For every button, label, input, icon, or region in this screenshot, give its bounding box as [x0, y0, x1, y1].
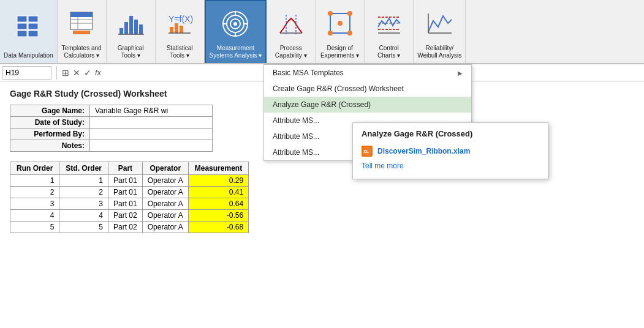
date-label: Date of Study: [10, 117, 90, 129]
data-manipulation-label: Data Manipulation [4, 52, 53, 61]
process-capability-label: ProcessCapability ▾ [275, 45, 307, 61]
doe-label: Design ofExperiments ▾ [320, 45, 359, 61]
ribbon-group-data-manipulation[interactable]: Data Manipulation [0, 0, 58, 63]
control-charts-label: ControlCharts ▾ [377, 45, 400, 61]
table-row[interactable]: 2 2 Part 01 Operator A 0.41 [10, 187, 249, 198]
statistical-label: StatisticalTools ▾ [167, 45, 193, 61]
formula-icons: ⊞ ✕ ✓ fx [62, 68, 101, 78]
cell-measurement-0[interactable]: 0.29 [188, 175, 248, 187]
ribbon-group-process-cap[interactable]: ProcessCapability ▾ [267, 0, 316, 63]
table-row[interactable]: 1 1 Part 01 Operator A 0.29 [10, 175, 249, 187]
formula-separator [56, 66, 57, 80]
msa-icon [220, 4, 251, 43]
cell-operator-0[interactable]: Operator A [142, 175, 188, 187]
data-table: Run Order Std. Order Part Operator Measu… [10, 162, 249, 233]
svg-rect-16 [139, 24, 143, 34]
cell-measurement-4[interactable]: -0.68 [188, 222, 248, 233]
info-table: Gage Name: Variable Gage R&R wi Date of … [10, 105, 213, 152]
svg-point-37 [328, 31, 333, 35]
attribute-ms1-label: Attribute MS... [273, 116, 319, 125]
ribbon-group-msa[interactable]: MeasurementSystems Analysis ▾ [205, 0, 267, 63]
cell-run-3[interactable]: 4 [10, 210, 59, 222]
cell-part-1[interactable]: Part 01 [108, 187, 143, 198]
ribbon-group-graphical[interactable]: GraphicalTools ▾ [107, 0, 156, 63]
expand-icon: ⊞ [62, 68, 69, 78]
cell-run-4[interactable]: 5 [10, 222, 59, 233]
cell-run-2[interactable]: 3 [10, 198, 59, 210]
cell-operator-3[interactable]: Operator A [142, 210, 188, 222]
svg-rect-3 [28, 23, 38, 29]
ribbon-group-control-charts[interactable]: ControlCharts ▾ [365, 0, 414, 63]
col-std-order: Std. Order [59, 162, 108, 175]
templates-label: Templates andCalculators ▾ [62, 45, 102, 61]
reliability-icon [426, 2, 453, 43]
svg-rect-12 [119, 28, 123, 34]
cell-operator-2[interactable]: Operator A [142, 198, 188, 210]
svg-rect-14 [129, 16, 133, 34]
dropdown-create-gage[interactable]: Create Gage R&R (Crossed) Worksheet [264, 81, 471, 97]
cell-measurement-3[interactable]: -0.56 [188, 210, 248, 222]
ribbon: Data Manipulation Templates andCalculato… [0, 0, 644, 64]
create-gage-label: Create Gage R&R (Crossed) Worksheet [273, 84, 404, 93]
cell-part-3[interactable]: Part 02 [108, 210, 143, 222]
table-row[interactable]: 4 4 Part 02 Operator A -0.56 [10, 210, 249, 222]
cell-run-1[interactable]: 2 [10, 187, 59, 198]
performed-label: Performed By: [10, 129, 90, 140]
data-manipulation-icon [15, 2, 42, 51]
ribbon-group-reliability[interactable]: Reliability/Weibull Analysis [414, 0, 466, 63]
tooltip-more-link[interactable]: Tell me more [362, 159, 539, 173]
cell-std-3[interactable]: 4 [59, 210, 108, 222]
cell-measurement-1[interactable]: 0.41 [188, 187, 248, 198]
svg-rect-1 [28, 16, 38, 22]
info-row-notes: Notes: [10, 140, 213, 152]
cancel-icon[interactable]: ✕ [73, 68, 80, 78]
dropdown-basic-msa[interactable]: Basic MSA Templates ▶ [264, 65, 471, 81]
tooltip-file-label: DiscoverSim_Ribbon.xlam [377, 147, 470, 155]
notes-value[interactable] [90, 140, 213, 152]
tooltip-popup: Analyze Gage R&R (Crossed) XL DiscoverSi… [352, 122, 548, 179]
analyze-gage-label: Analyze Gage R&R (Crossed) [273, 100, 371, 109]
info-row-performed: Performed By: [10, 129, 213, 140]
performed-value[interactable] [90, 129, 213, 140]
cell-measurement-2[interactable]: 0.64 [188, 198, 248, 210]
cell-std-1[interactable]: 2 [59, 187, 108, 198]
cell-std-0[interactable]: 1 [59, 175, 108, 187]
svg-rect-21 [180, 26, 183, 33]
col-operator: Operator [142, 162, 188, 175]
svg-point-35 [328, 11, 333, 16]
basic-msa-arrow: ▶ [458, 70, 463, 76]
basic-msa-label: Basic MSA Templates [273, 69, 344, 77]
cell-std-2[interactable]: 3 [59, 198, 108, 210]
cell-part-2[interactable]: Part 01 [108, 198, 143, 210]
col-run-order: Run Order [10, 162, 59, 175]
tooltip-item[interactable]: XL DiscoverSim_Ribbon.xlam [362, 143, 539, 159]
svg-text:XL: XL [363, 149, 369, 154]
table-row[interactable]: 3 3 Part 01 Operator A 0.64 [10, 198, 249, 210]
table-header-row: Run Order Std. Order Part Operator Measu… [10, 162, 249, 175]
svg-rect-19 [170, 27, 173, 33]
ribbon-group-doe[interactable]: Design ofExperiments ▾ [316, 0, 365, 63]
ribbon-group-templates[interactable]: Templates andCalculators ▾ [58, 0, 107, 63]
dropdown-analyze-gage[interactable]: Analyze Gage R&R (Crossed) [264, 97, 471, 113]
tooltip-file-icon: XL [362, 146, 373, 157]
cell-std-4[interactable]: 5 [59, 222, 108, 233]
notes-label: Notes: [10, 140, 90, 152]
svg-rect-5 [28, 31, 38, 37]
col-measurement: Measurement [188, 162, 248, 175]
gage-name-value[interactable]: Variable Gage R&R wi [90, 105, 213, 117]
cell-operator-4[interactable]: Operator A [142, 222, 188, 233]
cell-reference-input[interactable] [2, 66, 51, 80]
tooltip-title: Analyze Gage R&R (Crossed) [362, 129, 539, 138]
info-row-gage: Gage Name: Variable Gage R&R wi [10, 105, 213, 117]
statistical-icon: Y=f(X) [166, 2, 193, 43]
msa-label: MeasurementSystems Analysis ▾ [210, 45, 262, 61]
date-value[interactable] [90, 117, 213, 129]
svg-point-38 [347, 31, 352, 35]
ribbon-group-statistical[interactable]: Y=f(X) StatisticalTools ▾ [156, 0, 205, 63]
cell-part-4[interactable]: Part 02 [108, 222, 143, 233]
cell-run-0[interactable]: 1 [10, 175, 59, 187]
confirm-icon[interactable]: ✓ [84, 68, 91, 78]
cell-part-0[interactable]: Part 01 [108, 175, 143, 187]
table-row[interactable]: 5 5 Part 02 Operator A -0.68 [10, 222, 249, 233]
cell-operator-1[interactable]: Operator A [142, 187, 188, 198]
